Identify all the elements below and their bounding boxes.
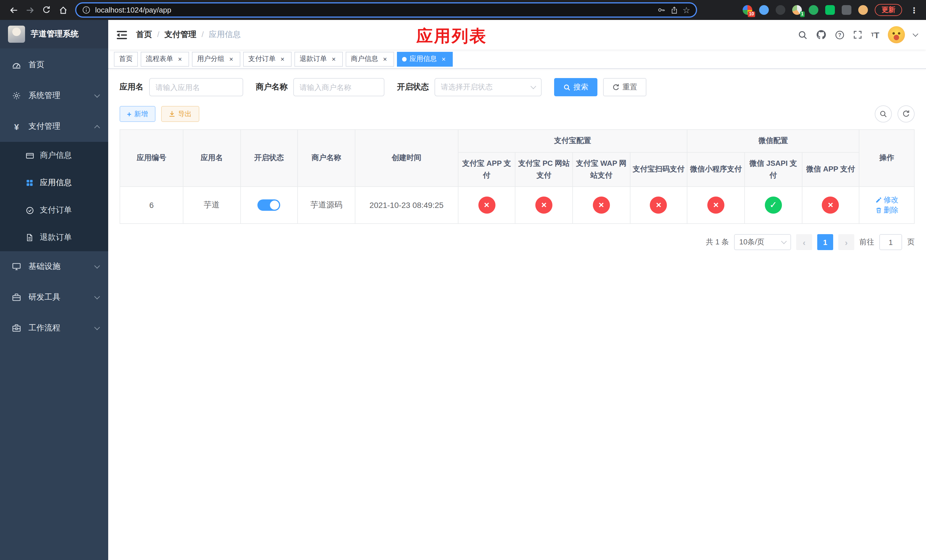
status-label: 开启状态 [397, 82, 429, 92]
extension-icon-2[interactable] [759, 5, 769, 15]
close-icon[interactable]: × [227, 55, 235, 63]
reset-button[interactable]: 重置 [603, 78, 646, 96]
caret-down-icon[interactable] [912, 31, 918, 36]
add-button[interactable]: + 新增 [120, 106, 155, 122]
key-icon[interactable] [657, 6, 666, 14]
sidebar-item-home[interactable]: 首页 [0, 50, 108, 80]
breadcrumb-payment[interactable]: 支付管理 [152, 30, 197, 40]
chevron-down-icon [531, 83, 536, 89]
tag-merchant-info[interactable]: 商户信息× [346, 51, 394, 67]
browser-update-button[interactable]: 更新 [875, 4, 902, 16]
app-title: 芋道管理系统 [31, 29, 79, 39]
sidebar-item-payment[interactable]: ¥ 支付管理 [0, 111, 108, 142]
reload-button[interactable] [39, 2, 54, 18]
home-button[interactable] [55, 2, 71, 18]
browser-toolbar: localhost:1024/pay/app ☆ 10 1 更新 ⋮ [0, 0, 926, 20]
sidebar-item-dev-tools[interactable]: 研发工具 [0, 282, 108, 313]
font-size-icon[interactable]: TT [871, 30, 879, 39]
goto-page-input[interactable] [879, 235, 902, 250]
toggle-search-button[interactable] [875, 105, 892, 123]
search-icon[interactable] [798, 30, 808, 39]
export-button[interactable]: 导出 [161, 106, 199, 122]
tag-refund-orders[interactable]: 退款订单× [294, 51, 343, 67]
download-icon [168, 110, 175, 117]
back-button[interactable] [6, 2, 21, 18]
delete-link[interactable]: 删除 [875, 205, 899, 216]
extension-icon-6[interactable] [825, 5, 835, 15]
chevron-down-icon [94, 263, 100, 269]
bookmark-star-icon[interactable]: ☆ [682, 6, 690, 14]
sidebar: 芋道管理系统 首页 系统管理 ¥ 支付管 [0, 20, 108, 560]
app-name-input[interactable] [149, 78, 243, 96]
sidebar-item-app-info[interactable]: 应用信息 [0, 169, 108, 197]
logo-avatar [8, 26, 25, 43]
tag-label: 退款订单 [300, 54, 327, 64]
chevron-down-icon [94, 294, 100, 300]
url-bar[interactable]: localhost:1024/pay/app ☆ [75, 2, 697, 18]
forward-button[interactable] [22, 2, 38, 18]
app-logo[interactable]: 芋道管理系统 [0, 20, 108, 48]
fullscreen-icon[interactable] [853, 30, 862, 39]
breadcrumb-current: 应用信息 [197, 30, 241, 40]
extension-icon-3[interactable] [776, 5, 785, 15]
close-icon[interactable]: × [381, 55, 389, 63]
sidebar-toggle-icon[interactable] [117, 30, 127, 39]
close-icon[interactable]: × [278, 55, 286, 63]
next-page-button[interactable]: › [838, 235, 854, 250]
tag-label: 商户信息 [351, 54, 378, 64]
merchant-cell: 芋道源码 [298, 187, 355, 224]
extension-icon-5[interactable] [809, 5, 819, 15]
refresh-icon [902, 110, 910, 118]
extension-icon-1[interactable]: 10 [743, 5, 752, 15]
order-icon [25, 206, 34, 215]
refresh-table-button[interactable] [897, 105, 915, 123]
puzzle-extension-icon[interactable] [842, 5, 851, 15]
sidebar-item-system[interactable]: 系统管理 [0, 80, 108, 111]
sidebar-item-label: 支付订单 [40, 205, 72, 215]
sidebar-item-label: 退款订单 [40, 232, 72, 243]
share-icon[interactable] [670, 6, 678, 14]
tag-home[interactable]: 首页 [114, 51, 138, 67]
page-number-button[interactable]: 1 [817, 235, 833, 250]
col-app-id: 应用编号 [120, 130, 183, 187]
select-placeholder: 请选择开启状态 [441, 82, 493, 92]
prev-page-button[interactable]: ‹ [796, 235, 812, 250]
help-icon[interactable]: ? [835, 30, 845, 39]
search-button[interactable]: 搜索 [554, 78, 598, 96]
status-error-icon: × [535, 197, 552, 214]
tag-process-form[interactable]: 流程表单× [141, 51, 189, 67]
close-icon[interactable]: × [330, 55, 338, 63]
close-icon[interactable]: × [440, 55, 448, 63]
browser-extensions-area: 10 1 更新 ⋮ [743, 4, 920, 16]
status-success-icon: ✓ [765, 197, 782, 214]
breadcrumb-home[interactable]: 首页 [136, 30, 152, 40]
col-alipay-qr: 支付宝扫码支付 [630, 152, 687, 187]
site-info-icon[interactable] [82, 6, 91, 14]
user-avatar[interactable] [888, 26, 905, 43]
col-alipay-pc: 支付宝 PC 网站支付 [515, 152, 573, 187]
status-select[interactable]: 请选择开启状态 [434, 78, 542, 96]
merchant-name-label: 商户名称 [256, 82, 287, 92]
app-name-cell: 芋道 [183, 187, 240, 224]
sidebar-item-refund-orders[interactable]: 退款订单 [0, 224, 108, 251]
sidebar-item-infrastructure[interactable]: 基础设施 [0, 251, 108, 282]
sidebar-item-label: 基础设施 [29, 262, 61, 272]
table-row: 6 芋道 芋道源码 2021-10-23 08:49:25 × × × × × [120, 187, 914, 224]
sidebar-item-merchant-info[interactable]: 商户信息 [0, 142, 108, 169]
col-created: 创建时间 [355, 130, 458, 187]
tag-payment-orders[interactable]: 支付订单× [243, 51, 292, 67]
edit-link[interactable]: 修改 [875, 195, 899, 205]
page-size-select[interactable]: 10条/页 [734, 235, 791, 250]
sidebar-item-workflow[interactable]: 工作流程 [0, 313, 108, 344]
total-count: 共 1 条 [706, 237, 729, 248]
github-icon[interactable] [816, 30, 827, 40]
sidebar-item-payment-orders[interactable]: 支付订单 [0, 197, 108, 224]
merchant-name-input[interactable] [293, 78, 384, 96]
browser-menu-icon[interactable]: ⋮ [909, 5, 919, 15]
profile-avatar-icon[interactable] [858, 5, 868, 15]
tag-user-group[interactable]: 用户分组× [192, 51, 240, 67]
tag-app-info[interactable]: 应用信息× [397, 51, 453, 67]
extension-icon-4[interactable]: 1 [792, 5, 802, 15]
close-icon[interactable]: × [176, 55, 184, 63]
enable-toggle[interactable] [258, 200, 280, 211]
